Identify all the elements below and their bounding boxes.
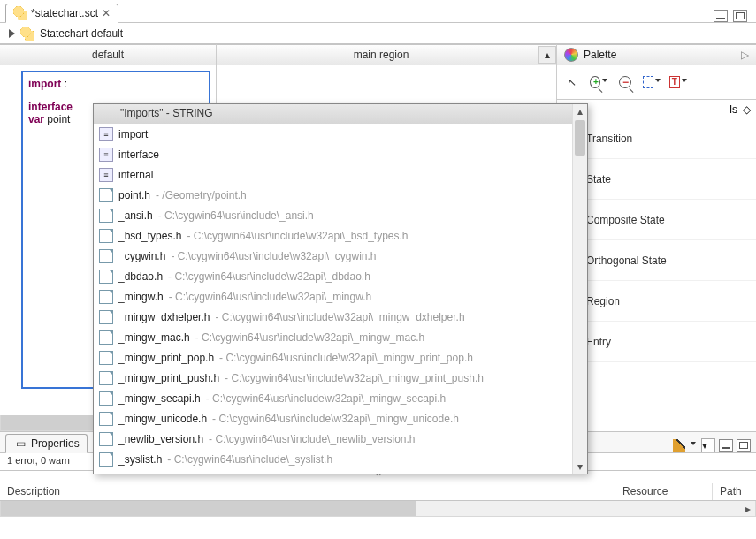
autocomplete-file[interactable]: _mingw_unicode.h - C:\cygwin64\usr\inclu… — [94, 408, 572, 429]
col-description[interactable]: Description — [0, 483, 615, 500]
file-name: _mingw_dxhelper.h — [118, 311, 210, 323]
minimize-button[interactable] — [714, 10, 728, 22]
statechart-icon — [20, 27, 34, 41]
definition-header: default — [0, 44, 216, 65]
text-tool[interactable]: T — [668, 72, 688, 92]
pane-minimize-button[interactable] — [719, 439, 733, 452]
autocomplete-keyword[interactable]: ≡internal — [94, 164, 572, 185]
file-icon — [99, 290, 113, 304]
scroll-up-icon[interactable]: ▴ — [573, 104, 587, 118]
file-name: _bsd_types.h — [118, 230, 181, 242]
scroll-down-icon[interactable]: ▾ — [573, 459, 587, 474]
file-path: - C:\cygwin64\usr\include\w32api\_mingw_… — [219, 352, 473, 364]
file-icon — [99, 412, 113, 426]
file-icon — [99, 371, 113, 385]
col-path[interactable]: Path — [712, 483, 756, 500]
keyword-icon: ≡ — [99, 127, 113, 141]
problems-header-row: Description Resource Path — [0, 483, 756, 501]
file-icon — [99, 391, 113, 406]
file-path: - C:\cygwin64\usr\include\w32api\_mingw_… — [212, 413, 459, 425]
file-name: _cygwin.h — [118, 250, 165, 262]
select-tool[interactable]: ↖ — [562, 72, 582, 92]
autocomplete-file[interactable]: _mingw.h - C:\cygwin64\usr\include\w32ap… — [94, 286, 572, 307]
window-controls — [714, 10, 751, 22]
palette-item-label: Transition — [586, 133, 632, 145]
palette-icon — [564, 48, 578, 62]
autocomplete-file[interactable]: _newlib_version.h - C:\cygwin64\usr\incl… — [94, 429, 572, 449]
scroll-up-button[interactable]: ▴ — [538, 46, 556, 64]
expand-icon[interactable] — [9, 29, 15, 38]
problems-hscroll[interactable]: ◂ ▸ — [0, 501, 756, 517]
file-name: point.h — [118, 189, 150, 201]
autocomplete-file[interactable]: _ansi.h - C:\cygwin64\usr\include\_ansi.… — [94, 205, 572, 225]
file-name: _mingw.h — [118, 291, 164, 303]
edit-icon[interactable] — [673, 439, 685, 452]
palette-header: Palette ▷ — [557, 44, 756, 65]
file-icon — [99, 330, 113, 345]
file-path: - C:\cygwin64\usr\include\w32api\_bsd_ty… — [187, 230, 408, 242]
kw-import: import — [28, 78, 61, 90]
file-path: - C:\cygwin64\usr\include\w32api\_mingw_… — [215, 311, 464, 323]
autocomplete-file[interactable]: _mingw_dxhelper.h - C:\cygwin64\usr\incl… — [94, 307, 572, 327]
palette-collapse-icon[interactable]: ▷ — [741, 49, 749, 61]
autocomplete-header: "Imports" - STRING — [94, 104, 572, 124]
statechart-icon — [13, 6, 27, 20]
palette-item-label: Entry — [586, 336, 611, 348]
autocomplete-file[interactable]: point.h - /Geometry/point.h — [94, 185, 572, 205]
col-resource[interactable]: Resource — [615, 483, 712, 500]
zoom-out-tool[interactable]: − — [615, 72, 635, 92]
autocomplete-popup: "Imports" - STRING ≡import≡interface≡int… — [93, 103, 588, 474]
autocomplete-file[interactable]: _dbdao.h - C:\cygwin64\usr\include\w32ap… — [94, 266, 572, 286]
autocomplete-keyword[interactable]: ≡interface — [94, 144, 572, 164]
autocomplete-keyword[interactable]: ≡import — [94, 124, 572, 144]
editor-tabbar: *statechart.sct ✕ — [0, 0, 756, 23]
view-menu-button[interactable]: ▾ — [701, 438, 715, 452]
autocomplete-file[interactable]: _mingw_print_push.h - C:\cygwin64\usr\in… — [94, 368, 572, 388]
pane-maximize-button[interactable] — [737, 439, 751, 452]
file-icon — [99, 452, 113, 467]
palette-item-label: Region — [586, 295, 620, 307]
scroll-right-icon[interactable]: ▸ — [741, 501, 755, 516]
editor-tab[interactable]: *statechart.sct ✕ — [5, 4, 118, 23]
maximize-button[interactable] — [733, 10, 747, 22]
autocomplete-list: "Imports" - STRING ≡import≡interface≡int… — [94, 104, 572, 474]
palette-toolbar: ↖ + − T — [557, 65, 756, 99]
tab-title: *statechart.sct — [31, 7, 98, 19]
autocomplete-file[interactable]: _bsd_types.h - C:\cygwin64\usr\include\w… — [94, 225, 572, 246]
file-icon — [99, 209, 113, 223]
keyword-label: interface — [118, 148, 159, 161]
diamond-icon: ◇ — [743, 103, 751, 116]
file-path: - C:\cygwin64\usr\include\w32api\_mingw_… — [195, 331, 424, 344]
properties-tab[interactable]: ▭ Properties — [5, 434, 88, 453]
file-name: _mingw_unicode.h — [118, 413, 207, 425]
file-name: _dbdao.h — [118, 270, 163, 283]
palette-item-label: State — [586, 173, 611, 186]
file-path: - C:\cygwin64\usr\include\w32api\_mingw.… — [169, 291, 371, 303]
keyword-label: import — [118, 128, 148, 140]
zoom-in-tool[interactable]: + — [589, 72, 608, 92]
autocomplete-scrollbar[interactable]: ▴ ▾ — [572, 104, 587, 474]
marquee-tool[interactable] — [642, 72, 661, 92]
autocomplete-file[interactable]: _mingw_print_pop.h - C:\cygwin64\usr\inc… — [94, 347, 572, 368]
scroll-thumb[interactable] — [1, 501, 416, 516]
kw-var: var — [28, 113, 44, 125]
autocomplete-file[interactable]: _syslist.h - C:\cygwin64\usr\include\_sy… — [94, 449, 572, 469]
autocomplete-file[interactable]: _mingw_mac.h - C:\cygwin64\usr\include\w… — [94, 327, 572, 347]
file-path: - C:\cygwin64\usr\include\w32api\_mingw_… — [206, 392, 446, 405]
scroll-thumb[interactable] — [575, 120, 585, 156]
file-path: - C:\cygwin64\usr\include\_syslist.h — [167, 453, 332, 466]
file-icon — [99, 270, 113, 284]
file-name: _mingw_mac.h — [118, 331, 190, 344]
autocomplete-file[interactable]: _mingw_secapi.h - C:\cygwin64\usr\includ… — [94, 388, 572, 408]
file-icon — [99, 310, 113, 324]
region-header: main region ▴ — [217, 44, 556, 65]
file-icon — [99, 249, 113, 263]
bottom-toolbar: ▾ — [673, 438, 751, 452]
keyword-label: internal — [118, 169, 153, 181]
file-name: _mingw_print_push.h — [118, 372, 219, 384]
dropdown-icon[interactable] — [691, 442, 698, 449]
autocomplete-file[interactable]: _cygwin.h - C:\cygwin64\usr\include\w32a… — [94, 246, 572, 266]
keyword-icon: ≡ — [99, 168, 113, 182]
close-tab-icon[interactable]: ✕ — [102, 7, 111, 19]
breadcrumb-label: Statechart default — [40, 27, 123, 40]
